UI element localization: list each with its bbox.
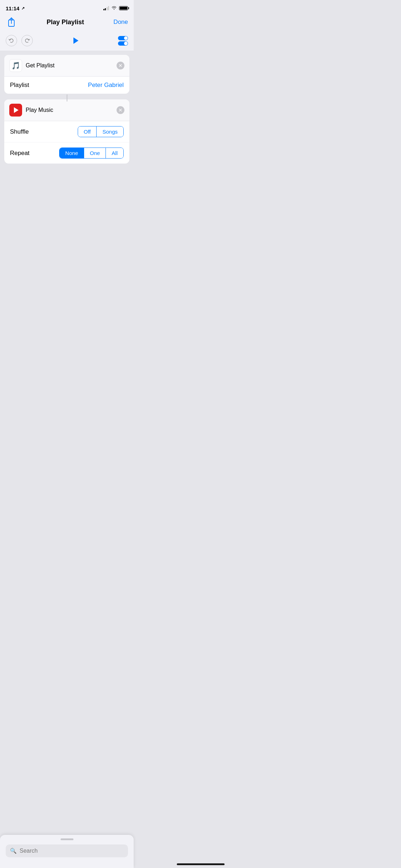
connector-line bbox=[67, 94, 67, 102]
shuffle-off-button[interactable]: Off bbox=[78, 126, 97, 137]
card-connector bbox=[4, 97, 129, 99]
main-content: 🎵 Get Playlist ✕ Playlist Peter Gabriel … bbox=[0, 51, 134, 171]
get-playlist-header-left: 🎵 Get Playlist bbox=[9, 59, 55, 72]
get-playlist-close-button[interactable]: ✕ bbox=[117, 62, 124, 69]
repeat-none-button[interactable]: None bbox=[60, 148, 84, 158]
shuffle-control[interactable]: Off Songs bbox=[78, 126, 124, 137]
time-label: 11:14 bbox=[6, 5, 19, 11]
location-icon: ↗ bbox=[21, 6, 25, 11]
playlist-value: Peter Gabriel bbox=[88, 82, 124, 89]
status-right bbox=[103, 5, 128, 11]
music-icon: 🎵 bbox=[9, 59, 22, 72]
play-music-header-left: Play Music bbox=[9, 104, 53, 117]
get-playlist-card: 🎵 Get Playlist ✕ Playlist Peter Gabriel bbox=[4, 55, 129, 94]
play-music-title: Play Music bbox=[26, 107, 53, 113]
play-music-card: Play Music ✕ Shuffle Off Songs Repeat No… bbox=[4, 99, 129, 164]
share-button[interactable] bbox=[6, 16, 17, 28]
toggle-track-2 bbox=[118, 41, 128, 46]
shuffle-songs-button[interactable]: Songs bbox=[96, 126, 123, 137]
get-playlist-title: Get Playlist bbox=[26, 62, 55, 69]
status-bar: 11:14 ↗ bbox=[0, 0, 134, 14]
play-music-icon bbox=[9, 104, 22, 117]
undo-button[interactable] bbox=[6, 35, 17, 46]
wifi-icon bbox=[111, 5, 117, 11]
repeat-row: Repeat None One All bbox=[4, 143, 129, 164]
toolbar bbox=[0, 32, 134, 51]
play-music-header: Play Music ✕ bbox=[4, 99, 129, 121]
battery-icon bbox=[119, 6, 128, 10]
get-playlist-header: 🎵 Get Playlist ✕ bbox=[4, 55, 129, 77]
settings-button[interactable] bbox=[118, 36, 128, 46]
repeat-one-button[interactable]: One bbox=[84, 148, 106, 158]
play-triangle-icon bbox=[14, 107, 19, 113]
playlist-row[interactable]: Playlist Peter Gabriel bbox=[4, 77, 129, 94]
done-button[interactable]: Done bbox=[113, 19, 128, 26]
redo-button[interactable] bbox=[21, 35, 33, 46]
nav-bar: Play Playlist Done bbox=[0, 14, 134, 32]
toggle-track-1 bbox=[118, 36, 128, 40]
repeat-label: Repeat bbox=[10, 150, 30, 157]
shuffle-row: Shuffle Off Songs bbox=[4, 121, 129, 143]
toggle-row-1 bbox=[118, 36, 128, 40]
toolbar-left bbox=[6, 35, 33, 46]
toggle-thumb-2 bbox=[124, 42, 128, 45]
playlist-label: Playlist bbox=[10, 82, 29, 89]
repeat-control[interactable]: None One All bbox=[59, 148, 124, 159]
play-button[interactable] bbox=[73, 37, 78, 44]
page-title: Play Playlist bbox=[47, 19, 84, 26]
signal-icon bbox=[103, 6, 109, 10]
toggle-row-2 bbox=[118, 41, 128, 46]
shuffle-label: Shuffle bbox=[10, 128, 29, 135]
toggle-thumb-1 bbox=[124, 36, 128, 40]
repeat-all-button[interactable]: All bbox=[106, 148, 123, 158]
status-time: 11:14 ↗ bbox=[6, 5, 25, 11]
play-music-close-button[interactable]: ✕ bbox=[117, 106, 124, 114]
